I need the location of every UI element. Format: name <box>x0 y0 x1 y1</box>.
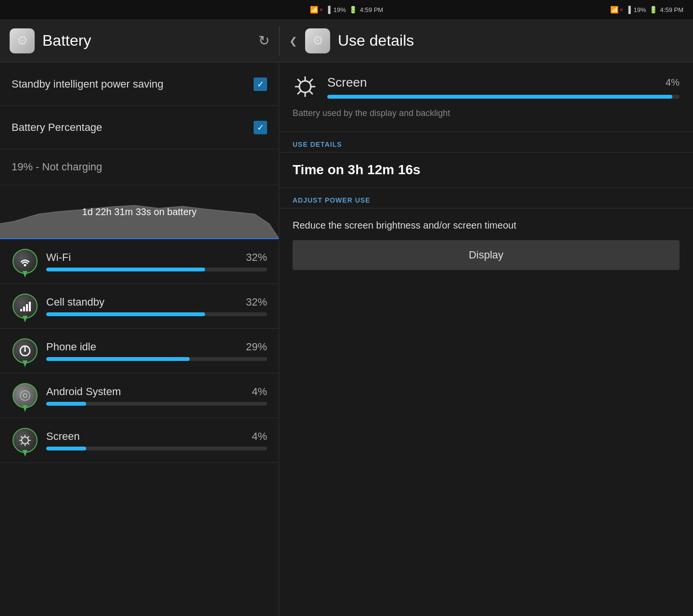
screen-detail-info: Screen 4% <box>327 75 680 99</box>
signal-x-right: ✕ <box>619 7 623 13</box>
svg-line-27 <box>309 91 312 94</box>
refresh-button[interactable]: ↻ <box>258 33 270 49</box>
cell-standby-usage-icon <box>13 294 38 319</box>
app-header: ⚙ Battery ↻ ❮ ⚙ Use details <box>0 19 693 63</box>
svg-line-28 <box>309 79 312 82</box>
wifi-usage-name: Wi-Fi <box>46 251 71 264</box>
adjust-power-label: ADJUST POWER USE <box>279 188 693 208</box>
wifi-bar-bg <box>46 268 267 271</box>
signal-icon-right: ▐ <box>626 6 631 13</box>
screen-usage-name: Screen <box>46 430 80 443</box>
wifi-icon-drop <box>23 271 27 278</box>
phone-idle-usage-info: Phone idle 29% <box>46 341 267 361</box>
screen-detail-percent: 4% <box>666 77 680 88</box>
chart-label: 1d 22h 31m 33s on battery <box>82 206 197 218</box>
screen-usage-icon <box>13 428 38 453</box>
wifi-usage-info: Wi-Fi 32% <box>46 251 267 271</box>
wifi-usage-icon <box>13 249 38 274</box>
screen-detail-icon <box>293 74 318 99</box>
cell-standby-usage-header: Cell standby 32% <box>46 296 267 308</box>
wifi-icon-right: 📶 <box>610 6 618 13</box>
use-details-title: Use details <box>338 32 414 50</box>
left-panel: Standby intelligent power saving ✓ Batte… <box>0 63 279 616</box>
android-system-icon-wrap <box>12 382 38 409</box>
phone-idle-icon-drop <box>23 360 27 367</box>
svg-point-1 <box>24 264 26 267</box>
usage-item-screen[interactable]: Screen 4% <box>0 418 279 463</box>
screen-icon-drop <box>23 450 27 457</box>
phone-idle-icon-wrap <box>12 337 38 364</box>
cell-standby-usage-info: Cell standby 32% <box>46 296 267 316</box>
android-system-bar-bg <box>46 402 267 406</box>
usage-item-wifi[interactable]: Wi-Fi 32% <box>0 239 279 284</box>
standby-label: Standby intelligent power saving <box>12 78 254 90</box>
android-system-usage-header: Android System 4% <box>46 385 267 398</box>
header-right: ❮ ⚙ Use details <box>280 28 693 53</box>
android-system-usage-name: Android System <box>46 385 121 398</box>
screen-icon-wrap-left <box>12 427 38 454</box>
screen-detail-bar-bg <box>327 95 680 99</box>
time-center: 4:59 PM <box>360 6 383 13</box>
cell-standby-bar-bg <box>46 312 267 316</box>
signal-x-center: ✕ <box>319 7 323 13</box>
cell-standby-usage-name: Cell standby <box>46 296 104 308</box>
back-icon[interactable]: ❮ <box>289 35 297 47</box>
android-system-icon-drop <box>23 405 27 412</box>
phone-idle-bar-bg <box>46 357 267 361</box>
svg-line-20 <box>21 443 23 444</box>
wifi-usage-percent: 32% <box>246 251 267 264</box>
android-system-usage-info: Android System 4% <box>46 385 267 406</box>
wifi-bar-fill <box>46 268 205 271</box>
display-button[interactable]: Display <box>293 240 680 270</box>
battery-app-icon: ⚙ <box>10 28 35 53</box>
time-on-text: Time on 3h 12m 16s <box>293 162 421 177</box>
screen-usage-percent: 4% <box>252 430 267 443</box>
svg-line-18 <box>27 443 29 444</box>
cell-standby-icon-wrap <box>12 293 38 320</box>
svg-line-29 <box>298 91 301 94</box>
android-system-bar-fill <box>46 402 86 406</box>
app-icon-symbol: ⚙ <box>17 33 28 48</box>
phone-idle-usage-percent: 29% <box>246 341 267 353</box>
battery-percentage-setting-item[interactable]: Battery Percentage ✓ <box>0 106 279 149</box>
display-btn-wrap: Display <box>279 240 693 282</box>
usage-item-phone-idle[interactable]: Phone idle 29% <box>0 329 279 373</box>
screen-usage-header: Screen 4% <box>46 430 267 443</box>
svg-line-26 <box>298 79 301 82</box>
svg-rect-4 <box>26 304 28 311</box>
standby-setting-item[interactable]: Standby intelligent power saving ✓ <box>0 63 279 106</box>
standby-checkbox[interactable]: ✓ <box>254 77 267 91</box>
svg-line-19 <box>27 436 29 438</box>
usage-item-cell-standby[interactable]: Cell standby 32% <box>0 284 279 329</box>
wifi-icon-center: 📶 <box>310 6 318 13</box>
battery-status-text: 19% - Not charging <box>12 161 102 173</box>
phone-idle-usage-icon <box>13 338 38 363</box>
screen-usage-info: Screen 4% <box>46 430 267 450</box>
use-details-icon-symbol: ⚙ <box>312 33 323 48</box>
phone-idle-usage-header: Phone idle 29% <box>46 341 267 353</box>
battery-chart: 1d 22h 31m 33s on battery <box>0 185 279 239</box>
cell-standby-usage-percent: 32% <box>246 296 267 308</box>
usage-item-android-system[interactable]: Android System 4% <box>0 373 279 418</box>
battery-icon-center: 🔋 <box>349 6 357 13</box>
cell-standby-icon-drop <box>23 316 27 322</box>
screen-bar-bg <box>46 447 267 450</box>
status-bar-right: 📶 ✕ ▐ 19% 🔋 4:59 PM <box>610 6 683 13</box>
use-details-section-label: USE DETAILS <box>279 132 693 153</box>
use-details-app-icon: ⚙ <box>305 28 330 53</box>
main-content: Standby intelligent power saving ✓ Batte… <box>0 63 693 616</box>
signal-icon-center: ▐ <box>326 6 331 13</box>
android-system-usage-icon <box>13 383 38 408</box>
adjust-description: Reduce the screen brightness and/or scre… <box>279 208 693 240</box>
screen-bar-fill <box>46 447 86 450</box>
android-system-usage-percent: 4% <box>252 385 267 398</box>
svg-line-17 <box>21 436 23 438</box>
svg-point-8 <box>24 350 26 352</box>
battery-percentage-checkbox[interactable]: ✓ <box>254 121 267 134</box>
phone-idle-usage-name: Phone idle <box>46 341 96 353</box>
screen-detail-bar-fill <box>327 95 672 99</box>
status-bar-center: 📶 ✕ ▐ 19% 🔋 4:59 PM <box>310 6 383 13</box>
header-left: ⚙ Battery ↻ <box>0 28 279 53</box>
screen-detail-section: Screen 4% Battery used by the display an… <box>279 63 693 132</box>
svg-rect-2 <box>20 309 22 311</box>
